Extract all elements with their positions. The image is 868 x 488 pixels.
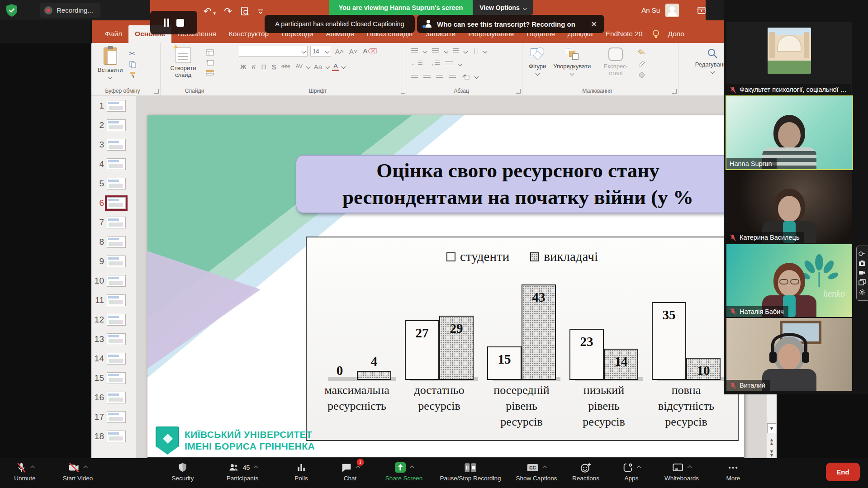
slide-layout-icon[interactable] (206, 49, 214, 56)
grow-font-icon[interactable]: A˄ (334, 47, 345, 55)
account-avatar[interactable] (665, 4, 679, 17)
slide-thumbnail-17[interactable]: 17 (91, 407, 136, 426)
slide-thumbnail-10[interactable]: 10 (91, 271, 136, 290)
toolbar-show-captions[interactable]: CCShow Captions (516, 461, 557, 482)
shrink-font-icon[interactable]: A˅ (348, 47, 359, 55)
strikethrough-button[interactable]: abc (280, 63, 291, 70)
shape-fill-icon[interactable] (638, 48, 646, 57)
align-center-icon[interactable] (423, 74, 431, 79)
undo-dropdown-icon[interactable]: ▾ (213, 7, 216, 19)
snapshot-camera-icon[interactable] (859, 260, 866, 266)
align-right-icon[interactable] (436, 74, 443, 79)
slide-thumb-preview[interactable] (107, 353, 126, 365)
slide-thumb-preview[interactable] (107, 392, 126, 403)
chevron-up-icon[interactable] (253, 466, 258, 470)
slide-thumb-preview[interactable] (107, 236, 126, 248)
chevron-up-icon[interactable] (637, 466, 641, 470)
slide-title[interactable]: Оцінка свого ресурсного стану респондент… (296, 155, 740, 213)
toolbar-security[interactable]: Security (172, 461, 194, 482)
participant-tile-2[interactable]: Hanna Suprun (726, 96, 852, 169)
slide-thumbnail-13[interactable]: 13 (91, 329, 136, 349)
account-name[interactable]: An Su (641, 6, 660, 14)
participant-tile-4[interactable]: henkoНаталія Бабич (726, 244, 852, 317)
slide-thumb-preview[interactable] (107, 217, 126, 228)
redo-icon[interactable]: ↷ (224, 5, 232, 17)
section-icon[interactable] (206, 69, 214, 76)
paste-button[interactable]: Вставити (95, 46, 126, 81)
customize-qat-icon[interactable] (257, 8, 264, 14)
settings-gear-icon[interactable] (859, 289, 866, 296)
slide-thumbnail-9[interactable]: 9 (91, 251, 136, 271)
slide-thumb-preview[interactable] (107, 256, 126, 267)
end-meeting-button[interactable]: End (826, 463, 860, 481)
shape-outline-icon[interactable] (638, 60, 646, 68)
windows-icon[interactable] (859, 279, 866, 285)
increase-indent-icon[interactable]: → (428, 60, 440, 68)
clipboard-dialog-launcher-icon[interactable] (154, 89, 159, 94)
slide-thumbnail-1[interactable]: 1 (91, 96, 136, 115)
font-size-combo[interactable]: 14 (310, 46, 331, 57)
pause-recording-icon[interactable] (164, 19, 169, 27)
reset-slide-icon[interactable] (206, 59, 214, 66)
quick-styles-button[interactable]: Експрес-стилі (595, 46, 636, 80)
participant-tile-3[interactable]: Катерина Василець (726, 170, 852, 243)
slide-canvas[interactable]: Оцінка свого ресурсного стану респондент… (147, 115, 744, 459)
view-options-button[interactable]: View Options (473, 0, 533, 15)
chevron-up-icon[interactable] (30, 466, 35, 470)
toolbar-reactions[interactable]: Reactions (572, 461, 599, 482)
copy-icon[interactable] (129, 61, 137, 68)
slide-thumb-preview[interactable] (107, 314, 126, 326)
slide-thumb-preview[interactable] (107, 411, 126, 423)
shapes-button[interactable]: Фігури (526, 46, 549, 80)
slide-thumbnail-14[interactable]: 14 (91, 349, 136, 368)
tab-endnote-20[interactable]: EndNote 20 (599, 25, 649, 43)
italic-button[interactable]: К (251, 63, 257, 71)
slide-thumbnail-5[interactable]: 5 (91, 174, 136, 193)
slide-thumb-preview[interactable] (107, 158, 126, 170)
slide-thumbnail-8[interactable]: 8 (91, 232, 136, 251)
ideas-lightbulb-icon[interactable] (652, 29, 659, 40)
previous-slide-button[interactable]: ▲▲ (768, 438, 776, 445)
slide-thumbnail-6[interactable]: 6 (91, 193, 136, 213)
bold-button[interactable]: Ж (239, 63, 248, 71)
toolbar-whiteboards[interactable]: Whiteboards (664, 461, 699, 482)
columns-icon[interactable] (445, 61, 453, 66)
tab-допо[interactable]: Допо (661, 25, 690, 43)
toolbar-more[interactable]: More (726, 461, 740, 482)
chevron-up-icon[interactable] (688, 466, 692, 470)
slide-thumbnail-18[interactable]: 18 (91, 426, 136, 446)
text-shadow-button[interactable]: S (270, 63, 277, 71)
text-direction-icon[interactable] (473, 48, 478, 54)
slide-thumbnail-2[interactable]: 2 (91, 115, 136, 135)
arrange-button[interactable]: Упорядкувати (550, 46, 593, 80)
slide-thumbnail-3[interactable]: 3 (91, 135, 136, 154)
new-slide-button[interactable]: Створити слайд (164, 46, 202, 80)
toast-close-icon[interactable]: ✕ (591, 20, 597, 28)
align-left-icon[interactable] (411, 74, 418, 79)
underline-button[interactable]: П (260, 63, 267, 71)
smartart-convert-icon[interactable] (461, 73, 470, 80)
decrease-indent-icon[interactable]: ← (411, 60, 422, 68)
video-camera-icon[interactable] (859, 270, 866, 276)
toolbar-participants[interactable]: 45Participants (227, 461, 259, 482)
chevron-up-icon[interactable] (543, 466, 547, 470)
slide-thumbnail-7[interactable]: 7 (91, 213, 136, 232)
toolbar-pause-stop-recording[interactable]: Pause/Stop Recording (440, 461, 501, 482)
slide-thumb-preview[interactable] (107, 100, 126, 112)
recording-indicator[interactable]: Recording... (40, 3, 100, 18)
chevron-up-icon[interactable] (410, 466, 414, 470)
slide-thumb-preview[interactable] (107, 178, 126, 190)
stop-recording-icon[interactable] (176, 19, 184, 27)
annotate-icon[interactable] (859, 251, 866, 257)
tab-файл[interactable]: Файл (99, 25, 128, 43)
participant-tile-1[interactable]: Факультет психології, соціальної … (726, 22, 852, 95)
toolbar-chat[interactable]: 1Chat (341, 461, 360, 482)
font-color-button[interactable]: A (332, 62, 339, 71)
numbering-icon[interactable] (432, 48, 439, 54)
chevron-up-icon[interactable] (84, 466, 88, 470)
participant-tile-5[interactable]: Виталий (726, 318, 852, 391)
slide-thumbnail-4[interactable]: 4 (91, 154, 136, 174)
font-name-combo[interactable] (239, 46, 308, 57)
bar-chart[interactable]: студентивикладачі 042729154323143510 мак… (306, 237, 739, 441)
ribbon-display-options-icon[interactable] (697, 6, 706, 15)
